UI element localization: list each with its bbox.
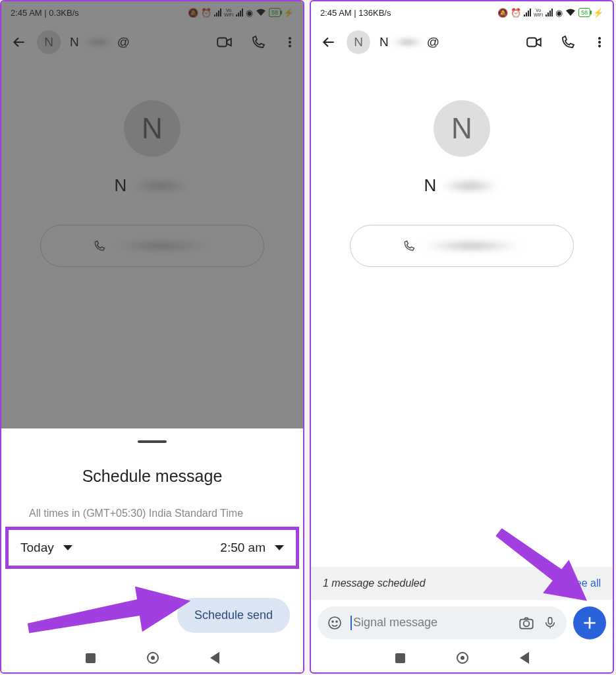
screenshot-right: 2:45 AM | 136KB/s 🔕 ⏰ VoWiFi ◉ 58 ⚡ N N …: [310, 0, 614, 674]
phone-number-pill[interactable]: [40, 225, 264, 267]
back-button-sys[interactable]: [520, 652, 529, 664]
emoji-icon[interactable]: [327, 615, 343, 631]
contact-info: N N: [311, 61, 613, 267]
chat-header: N N @: [1, 24, 303, 61]
sheet-handle[interactable]: [138, 440, 167, 443]
signal-icon: [214, 9, 221, 16]
status-icons: 🔕 ⏰ VoWiFi ◉ 58 ⚡: [497, 8, 603, 18]
status-time: 2:45 AM | 0.3KB/s: [11, 8, 79, 18]
svg-point-9: [329, 617, 341, 629]
header-contact-name[interactable]: N @: [379, 35, 439, 49]
battery-icon: 58: [578, 8, 590, 17]
more-menu-button[interactable]: [593, 36, 606, 49]
silent-icon: 🔕: [497, 8, 508, 18]
avatar-small[interactable]: N: [347, 30, 370, 54]
sheet-title: Schedule message: [11, 467, 294, 486]
back-button-sys[interactable]: [210, 652, 219, 664]
alarm-icon: ⏰: [201, 8, 211, 18]
add-attachment-button[interactable]: [573, 606, 606, 639]
svg-point-1: [289, 38, 291, 40]
vowifi-icon: VoWiFi: [534, 8, 543, 17]
recents-button[interactable]: [86, 653, 96, 663]
redacted-text: [440, 179, 499, 193]
avatar-large[interactable]: N: [434, 100, 490, 157]
scheduled-count-label: 1 message scheduled: [323, 577, 426, 589]
svg-point-6: [598, 38, 600, 40]
scheduled-banner: 1 message scheduled See all: [311, 567, 613, 600]
see-all-link[interactable]: See all: [569, 577, 601, 589]
schedule-sheet: Schedule message All times in (GMT+05:30…: [1, 428, 303, 672]
redacted-text: [130, 179, 190, 193]
phone-icon: [93, 239, 106, 252]
schedule-send-button[interactable]: Schedule send: [177, 598, 290, 633]
message-input[interactable]: Signal message: [318, 606, 567, 639]
hotspot-icon: ◉: [246, 8, 253, 18]
redacted-text: [82, 37, 115, 47]
wifi-icon: [565, 9, 576, 16]
home-button[interactable]: [457, 652, 468, 664]
svg-point-13: [524, 621, 530, 627]
wifi-icon: [256, 9, 266, 16]
contact-name: N: [424, 175, 500, 196]
svg-rect-5: [527, 38, 536, 47]
recents-button[interactable]: [395, 653, 405, 663]
svg-point-7: [598, 41, 600, 43]
mic-icon[interactable]: [543, 616, 557, 630]
svg-point-8: [598, 45, 600, 47]
video-call-button[interactable]: [526, 34, 543, 51]
more-menu-button[interactable]: [283, 36, 296, 49]
status-bar: 2:45 AM | 0.3KB/s 🔕 ⏰ VoWiFi ◉ 58 ⚡: [1, 1, 303, 24]
contact-name: N: [115, 175, 190, 196]
svg-point-2: [289, 41, 291, 43]
signal-icon-2: [236, 9, 243, 16]
signal-icon: [524, 9, 531, 16]
redacted-phone: [113, 239, 211, 252]
alarm-icon: ⏰: [511, 8, 521, 18]
chevron-down-icon: [63, 545, 72, 550]
back-button[interactable]: [320, 34, 337, 51]
phone-icon: [403, 239, 416, 252]
chat-header: N N @: [311, 24, 613, 61]
svg-rect-0: [217, 38, 227, 47]
back-button[interactable]: [11, 34, 28, 51]
chevron-down-icon: [275, 545, 284, 550]
header-contact-name[interactable]: N @: [70, 35, 130, 49]
svg-rect-14: [548, 618, 552, 624]
silent-icon: 🔕: [188, 8, 198, 18]
redacted-phone: [422, 239, 521, 252]
voice-call-button[interactable]: [560, 34, 576, 50]
day-selector[interactable]: Today: [20, 541, 72, 555]
vowifi-icon: VoWiFi: [224, 8, 233, 17]
home-button[interactable]: [147, 652, 159, 664]
time-selector[interactable]: 2:50 am: [220, 541, 284, 555]
svg-point-11: [336, 621, 337, 622]
avatar-large[interactable]: N: [124, 100, 181, 157]
contact-info: N N: [1, 61, 303, 267]
datetime-selector-row: Today 2:50 am: [5, 527, 299, 569]
screenshot-left: 2:45 AM | 0.3KB/s 🔕 ⏰ VoWiFi ◉ 58 ⚡ N N …: [0, 0, 304, 674]
svg-point-10: [332, 621, 333, 622]
system-nav: [1, 643, 303, 672]
avatar-small[interactable]: N: [37, 30, 61, 54]
status-bar: 2:45 AM | 136KB/s 🔕 ⏰ VoWiFi ◉ 58 ⚡: [311, 1, 613, 24]
svg-point-3: [289, 45, 291, 47]
message-placeholder: Signal message: [350, 616, 437, 630]
message-input-row: Signal message: [318, 606, 606, 639]
timezone-note: All times in (GMT+05:30) India Standard …: [11, 506, 294, 521]
status-time: 2:45 AM | 136KB/s: [320, 8, 391, 18]
signal-icon-2: [546, 9, 553, 16]
status-icons: 🔕 ⏰ VoWiFi ◉ 58 ⚡: [188, 8, 294, 18]
video-call-button[interactable]: [216, 34, 233, 51]
hotspot-icon: ◉: [555, 8, 563, 18]
charging-icon: ⚡: [593, 8, 603, 18]
phone-number-pill[interactable]: [350, 225, 574, 267]
system-nav: [311, 643, 613, 672]
redacted-text: [391, 37, 424, 47]
battery-icon: 58: [269, 8, 281, 17]
voice-call-button[interactable]: [250, 34, 266, 50]
charging-icon: ⚡: [283, 8, 294, 18]
camera-icon[interactable]: [518, 614, 535, 631]
